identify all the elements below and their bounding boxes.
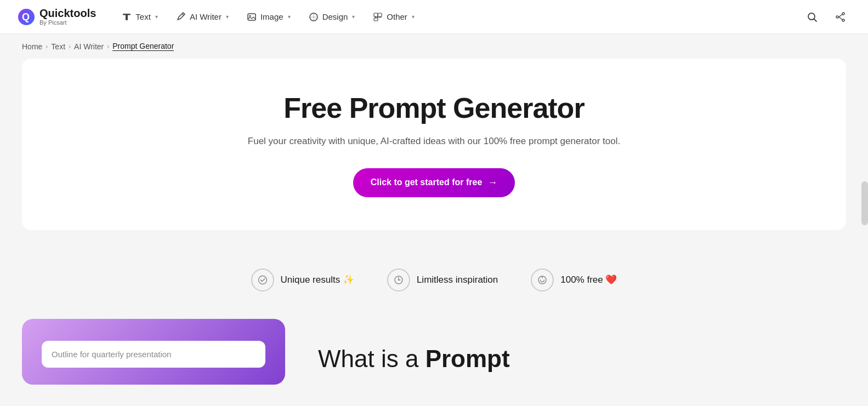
hero-subtitle: Fuel your creativity with unique, AI-cra… — [44, 134, 824, 148]
nav-item-design[interactable]: Design ▾ — [300, 7, 363, 27]
image-icon — [246, 12, 257, 22]
cta-button[interactable]: Click to get started for free → — [353, 168, 515, 197]
prompt-placeholder: Outline for quarterly presentation — [52, 350, 171, 359]
input-card: Outline for quarterly presentation — [22, 319, 285, 385]
breadcrumb-home[interactable]: Home — [22, 42, 42, 51]
search-button[interactable] — [802, 7, 822, 27]
breadcrumb-ai-writer[interactable]: AI Writer — [74, 42, 104, 51]
svg-rect-11 — [374, 18, 378, 21]
search-icon — [807, 12, 818, 22]
check-circle-icon — [251, 268, 274, 291]
svg-point-5 — [249, 15, 251, 16]
prompt-input-field[interactable]: Outline for quarterly presentation — [42, 341, 265, 368]
svg-point-13 — [842, 13, 844, 15]
other-chevron: ▾ — [412, 14, 415, 20]
what-is-section: What is a Prompt — [318, 319, 510, 385]
svg-rect-4 — [248, 14, 256, 20]
breadcrumb: Home › Text › AI Writer › Prompt Generat… — [0, 34, 868, 59]
cta-arrow-icon: → — [487, 177, 497, 188]
design-icon — [308, 12, 319, 22]
text-chevron: ▾ — [155, 14, 158, 20]
hero-section: Free Prompt Generator Fuel your creativi… — [22, 59, 846, 230]
breadcrumb-sep-2: › — [69, 43, 71, 50]
what-is-title: What is a Prompt — [318, 345, 510, 374]
what-is-normal: What is a — [318, 345, 418, 372]
text-icon — [121, 12, 132, 22]
svg-line-17 — [838, 16, 842, 20]
navbar: Q Quicktools By Picsart Text ▾ — [0, 0, 868, 34]
nav-item-text[interactable]: Text ▾ — [114, 7, 166, 27]
svg-rect-3 — [126, 14, 128, 20]
feature-free-label: 100% free ❤️ — [560, 274, 617, 285]
svg-point-14 — [842, 19, 844, 21]
breadcrumb-sep-3: › — [107, 43, 109, 50]
breadcrumb-text[interactable]: Text — [51, 42, 65, 51]
nav-item-image[interactable]: Image ▾ — [239, 7, 298, 27]
feature-limitless-label: Limitless inspiration — [417, 275, 498, 285]
hero-title: Free Prompt Generator — [44, 92, 824, 124]
feature-free: 100% free ❤️ — [531, 268, 617, 291]
svg-text:Q: Q — [22, 12, 30, 22]
logo[interactable]: Q Quicktools By Picsart — [18, 7, 96, 26]
cta-label: Click to get started for free — [371, 178, 483, 187]
share-button[interactable] — [831, 7, 850, 27]
features-row: Unique results ✨ Limitless inspiration 1… — [0, 247, 868, 319]
breadcrumb-current: Prompt Generator — [112, 42, 174, 51]
badge-icon — [531, 268, 554, 291]
ai-writer-icon — [175, 12, 186, 22]
bottom-section: Outline for quarterly presentation What … — [0, 319, 868, 385]
nav-right — [802, 7, 850, 27]
timer-icon — [387, 268, 410, 291]
logo-text: Quicktools By Picsart — [39, 7, 96, 26]
feature-unique-results: Unique results ✨ — [251, 268, 354, 291]
breadcrumb-sep-1: › — [46, 43, 48, 50]
other-icon — [372, 12, 383, 22]
image-chevron: ▾ — [288, 14, 291, 20]
nav-item-ai-writer[interactable]: AI Writer ▾ — [168, 7, 236, 27]
what-is-bold: Prompt — [426, 345, 510, 372]
logo-icon: Q — [18, 8, 35, 26]
ai-writer-chevron: ▾ — [226, 14, 229, 20]
feature-unique-results-label: Unique results ✨ — [281, 274, 354, 285]
design-chevron: ▾ — [352, 14, 355, 20]
feature-limitless-inspiration: Limitless inspiration — [387, 268, 498, 291]
svg-point-15 — [836, 16, 838, 18]
nav-item-other[interactable]: Other ▾ — [365, 7, 422, 27]
nav-items: Text ▾ AI Writer ▾ Image — [114, 7, 798, 27]
scrollbar[interactable] — [861, 181, 868, 225]
svg-point-18 — [258, 276, 266, 284]
share-icon — [835, 12, 846, 22]
